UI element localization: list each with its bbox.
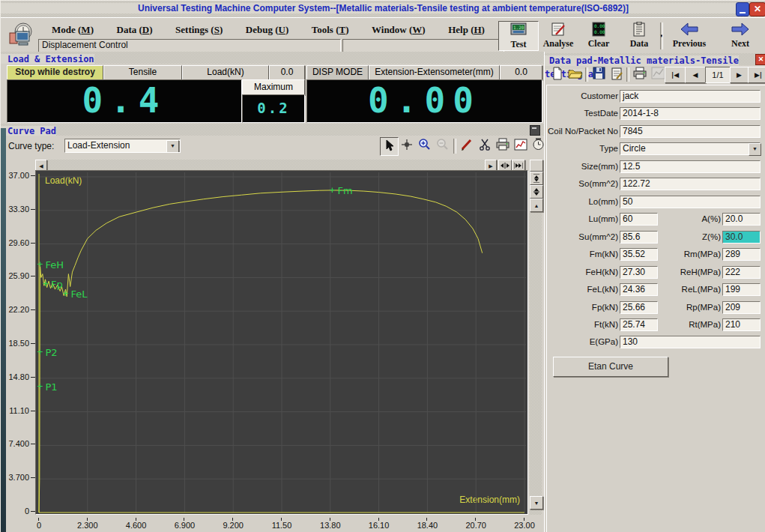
field-input-rel-mpa-[interactable]: 199 [722,283,761,296]
field-label-fel-kn-: FeL(kN) [547,285,618,294]
field-input-lu-mm-[interactable]: 60 [620,213,658,226]
menu-item-debug[interactable]: Debug (U) [241,22,293,36]
field-input-testdate[interactable]: 2014-1-8 [620,107,761,120]
save-button[interactable] [590,67,607,82]
y-expand-icon[interactable] [530,172,543,185]
last-page-button[interactable]: ▶| [748,67,765,83]
field-input-rt-mpa-[interactable]: 210 [722,318,761,331]
test-type-button[interactable]: Tensile [103,65,182,80]
y-compress-icon[interactable] [530,185,543,199]
field-label-feh-kn-: FeH(kN) [547,267,618,276]
data-pad-panel: Data pad-Metallic materials-Tensile test… [544,52,765,532]
curve-view-tool-button[interactable] [512,137,529,154]
field-input-coil-no-packet-no[interactable]: 7845 [620,125,761,138]
x-tick-label: 18.40 [414,521,440,530]
next-button[interactable]: Next [717,21,764,49]
field-input-a-[interactable]: 20.0 [722,213,761,226]
close-button[interactable]: ✕ [749,2,765,16]
field-input-su-mm-2-[interactable]: 85.6 [620,231,658,244]
menu-item-settings[interactable]: Settings (S) [171,22,227,36]
crosshair-tool-button[interactable] [398,137,415,154]
print-button[interactable] [632,67,648,82]
page-indicator: 1/1 [705,67,731,83]
field-input-reh-mpa-[interactable]: 222 [722,266,761,279]
field-input-rp-mpa-[interactable]: 209 [722,301,761,314]
field-input-ft-kn-[interactable]: 25.74 [620,318,658,331]
scroll-down-button[interactable]: ▼ [530,496,543,510]
graph-icon [651,67,665,82]
toolbar-separator [660,22,663,49]
open-button[interactable] [567,67,584,82]
field-label-so-mm-2-: So(mm^2) [547,179,618,188]
title-bar: Universal Testing Machine Computer Syste… [1,1,765,17]
x-tick-label: 0 [26,521,52,530]
marker-label-P1: P1 [45,381,57,393]
menu-item-mode[interactable]: Mode (M) [47,22,98,36]
test-button[interactable]: 1.20Test [498,21,539,51]
curve-type-select[interactable]: Load-Extension ▼ [64,139,181,153]
print-tool-button[interactable] [494,137,511,154]
stop-while-destroy-button[interactable]: Stop while destroy [7,65,103,80]
field-input-fp-kn-[interactable]: 25.66 [620,301,658,314]
curve-toolbar [380,137,543,155]
field-input-customer[interactable]: jack [620,90,761,103]
field-input-fel-kn-[interactable]: 24.36 [620,283,658,296]
y-tick-label: 37.00 [8,171,29,180]
etan-curve-button[interactable]: Etan Curve [553,357,668,377]
curve-pad-header: Curve Pad [1,124,544,136]
marker-cross-Fp: + [43,278,49,289]
extension-channel-button[interactable]: Extension-Extensometer(mm) [369,65,500,80]
panel-icon[interactable] [530,125,540,136]
field-input-feh-kn-[interactable]: 27.30 [620,266,658,279]
menu-item-tools[interactable]: Tools (T) [307,22,354,36]
menu-item-help[interactable]: Help (H) [444,22,489,36]
chevron-down-icon[interactable]: ▼ [166,140,179,153]
zoom-in-tool-button[interactable] [416,137,433,154]
report-button[interactable] [608,67,625,82]
scroll-up-button[interactable]: ▲ [530,199,543,212]
scrollbar-corner [530,160,543,172]
minimize-button[interactable] [736,2,749,16]
clear-button[interactable]: 0.000.00Clear [579,21,618,49]
new-button[interactable] [549,67,566,82]
field-input-fm-kn-[interactable]: 35.52 [620,248,658,261]
field-input-size-mm-[interactable]: 12.5 [620,160,761,173]
crosshair-icon [401,139,413,154]
curve-type-label: Curve type: [8,141,54,151]
field-input-rm-mpa-[interactable]: 289 [722,248,761,261]
data-pad-close-icon[interactable]: ✕ [755,54,765,65]
previous-button[interactable]: Previous [666,21,713,49]
svg-text:0.00: 0.00 [594,23,605,28]
v-scrollbar[interactable] [530,172,542,515]
field-input-e-gpa-[interactable]: 130 [620,336,761,348]
load-channel-button[interactable]: Load(kN) [182,65,269,80]
field-label-lo-mm-: Lo(mm) [547,197,618,206]
plot-area[interactable]: Load(kN) Extension(mm) +FeH+Fp+FeL+P2+P1… [35,170,528,515]
chevron-down-icon[interactable]: ▼ [749,143,761,156]
field-input-so-mm-2-[interactable]: 122.72 [620,178,761,190]
data-pad-titlebar: Data pad-Metallic materials-Tensile test… [545,53,765,65]
window-title: Universal Testing Machine Computer Syste… [132,3,635,13]
menu-item-window[interactable]: Window (W) [367,22,430,36]
h-scrollbar[interactable] [35,160,495,170]
disp-mode-button[interactable]: DISP MODE [306,65,369,80]
x-tick-label: 20.70 [463,521,489,530]
scissors-tool-button[interactable] [476,137,493,154]
analyse-button[interactable]: Analyse [539,21,578,49]
first-page-button[interactable]: |◀ [665,67,686,83]
curve-pad-title: Curve Pad [1,126,56,136]
prev-page-button[interactable]: ◀ [685,67,706,83]
pen-tool-button[interactable] [458,137,475,154]
cursor-tool-button[interactable] [380,137,399,156]
data-button[interactable]: Data [620,21,659,49]
menu-item-data[interactable]: Data (D) [112,22,157,36]
field-input-type[interactable]: Circle [620,142,761,155]
y-tick-label: 11.10 [9,406,29,415]
y-tick-label: 14.80 [8,372,29,381]
field-input-lo-mm-[interactable]: 50 [620,196,761,208]
field-input-z-[interactable]: 30.0 [722,231,761,244]
app-logo-icon [7,21,37,51]
field-label-coil-no-packet-no: Coil No/Packet No [547,127,618,136]
field-label-z-: Z(%) [658,232,721,241]
next-page-button[interactable]: ▶ [730,67,749,83]
